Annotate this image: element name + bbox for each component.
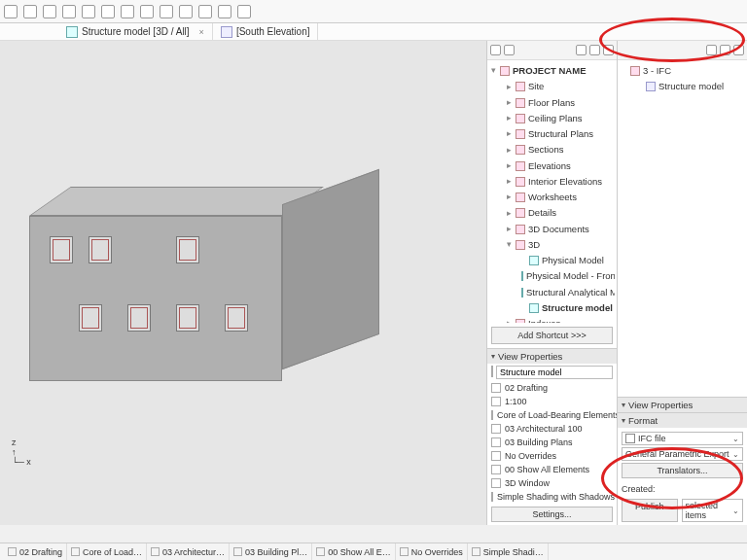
format-header[interactable]: Format xyxy=(618,412,747,428)
format-value: IFC file xyxy=(638,434,666,443)
chevron-down-icon: ⌄ xyxy=(732,435,739,443)
tool-icon[interactable] xyxy=(237,5,251,18)
format-dropdown[interactable]: IFC file ⌄ xyxy=(622,432,743,445)
status-tab[interactable]: 00 Show All E… xyxy=(312,543,396,560)
settings-button[interactable]: Settings... xyxy=(491,507,613,522)
tool-icon[interactable] xyxy=(23,5,37,18)
pub-icon[interactable] xyxy=(720,45,730,55)
status-label: No Overrides xyxy=(411,547,463,557)
status-tab[interactable]: 03 Building Pl… xyxy=(230,543,312,560)
view-name-input[interactable] xyxy=(496,366,613,379)
status-bar: 02 DraftingCore of Load…03 Architectur…0… xyxy=(0,542,747,560)
tree-structure-model[interactable]: Structure model xyxy=(542,301,613,315)
tree-item[interactable]: Details xyxy=(528,206,556,220)
cube-icon xyxy=(66,26,78,38)
tree-item[interactable]: Interior Elevations xyxy=(528,175,602,189)
status-icon xyxy=(472,547,480,556)
close-icon[interactable]: × xyxy=(194,27,204,37)
tool-icon[interactable] xyxy=(62,5,76,18)
status-tab[interactable]: No Overrides xyxy=(396,543,468,560)
publish-button[interactable]: Publish xyxy=(622,499,678,522)
chevron-down-icon: ⌄ xyxy=(732,507,739,515)
tree-3d[interactable]: 3D xyxy=(528,238,540,252)
property-icon xyxy=(491,383,501,393)
nav-icon[interactable] xyxy=(490,45,501,55)
property-icon xyxy=(491,492,493,502)
tab-other[interactable]: [South Elevation] xyxy=(213,23,319,40)
status-icon xyxy=(316,547,325,556)
tool-icon[interactable] xyxy=(198,5,212,18)
nav-icon[interactable] xyxy=(603,45,614,55)
tool-icon[interactable] xyxy=(82,5,95,18)
publisher-panel: 3 - IFC Structure model View Properties … xyxy=(617,41,747,525)
tab-active[interactable]: Structure model [3D / All] × xyxy=(58,23,213,40)
tool-icon[interactable] xyxy=(121,5,134,18)
view-tabs: Structure model [3D / All] × [South Elev… xyxy=(0,23,747,41)
status-tab[interactable]: 02 Drafting xyxy=(4,543,67,560)
property-icon xyxy=(491,438,501,447)
property-icon xyxy=(491,478,501,488)
tool-icon[interactable] xyxy=(101,5,115,18)
tool-icon[interactable] xyxy=(179,5,193,18)
ifc-group[interactable]: 3 - IFC xyxy=(643,64,671,78)
status-tab[interactable]: 03 Architectur… xyxy=(147,543,230,560)
top-toolbar xyxy=(0,0,747,23)
project-tree[interactable]: ▾PROJECT NAME ▸Site▸Floor Plans▸Ceiling … xyxy=(487,60,617,323)
tree-item[interactable]: Structural Analytical Model with xyxy=(526,286,615,299)
building-model xyxy=(29,158,399,430)
status-icon xyxy=(151,547,160,556)
tool-icon[interactable] xyxy=(160,5,173,18)
property-value: No Overrides xyxy=(505,451,556,461)
translator-value: General Parametric Export xyxy=(625,449,729,459)
add-shortcut-button[interactable]: Add Shortcut >>> xyxy=(491,327,613,344)
tree-item[interactable]: Elevations xyxy=(528,159,571,173)
publisher-toolbar xyxy=(618,41,747,60)
status-icon xyxy=(8,547,17,556)
tab-label: [South Elevation] xyxy=(236,26,310,37)
view-properties-header[interactable]: View Properties xyxy=(487,348,617,364)
publish-scope-dropdown[interactable]: selected items ⌄ xyxy=(682,499,744,522)
tree-item[interactable]: Ceiling Plans xyxy=(528,112,582,125)
tool-icon[interactable] xyxy=(218,5,231,18)
property-value: Core of Load-Bearing Elements Only xyxy=(497,410,617,420)
tree-item[interactable]: Physical Model xyxy=(542,254,604,267)
publish-scope-value: selected items xyxy=(686,501,733,520)
tree-item[interactable]: Floor Plans xyxy=(528,96,575,110)
tab-label: Structure model [3D / All] xyxy=(82,26,190,37)
pub-icon[interactable] xyxy=(706,45,717,55)
nav-icon[interactable] xyxy=(589,45,600,55)
translator-dropdown[interactable]: General Parametric Export ⌄ xyxy=(622,447,743,461)
tool-icon[interactable] xyxy=(4,5,18,18)
translators-button[interactable]: Translators... xyxy=(622,463,743,478)
tool-icon[interactable] xyxy=(140,5,154,18)
property-value: Simple Shading with Shadows xyxy=(497,492,615,502)
status-label: 03 Building Pl… xyxy=(245,547,307,557)
status-tab[interactable]: Simple Shadi… xyxy=(468,543,549,560)
status-label: Core of Load… xyxy=(83,547,142,557)
navigator-panel: ▾PROJECT NAME ▸Site▸Floor Plans▸Ceiling … xyxy=(486,41,617,525)
id-icon xyxy=(491,366,493,377)
tree-item[interactable]: 3D Documents xyxy=(528,223,589,236)
tool-icon[interactable] xyxy=(43,5,56,18)
nav-icon[interactable] xyxy=(504,45,515,55)
tree-item[interactable]: Structural Plans xyxy=(528,127,593,141)
pub-icon[interactable] xyxy=(733,45,744,55)
nav-icon[interactable] xyxy=(576,45,587,55)
status-label: 02 Drafting xyxy=(19,547,62,557)
tree-root[interactable]: PROJECT NAME xyxy=(513,64,586,78)
file-icon xyxy=(625,434,635,443)
created-label: Created: xyxy=(622,484,656,494)
ifc-item[interactable]: Structure model xyxy=(658,80,724,93)
tree-item[interactable]: Physical Model - Frontal Axonometric xyxy=(526,269,615,283)
property-value: 03 Architectural 100 xyxy=(505,424,583,434)
property-value: 3D Window xyxy=(505,478,550,488)
tree-indexes[interactable]: Indexes xyxy=(528,317,560,323)
3d-viewport[interactable]: z↑└─ x xyxy=(0,41,486,525)
ifc-view-properties-header[interactable]: View Properties xyxy=(618,397,747,412)
status-tab[interactable]: Core of Load… xyxy=(67,543,147,560)
tree-item[interactable]: Worksheets xyxy=(528,191,577,204)
chevron-down-icon: ⌄ xyxy=(732,450,739,459)
tree-item[interactable]: Sections xyxy=(528,143,563,157)
status-icon xyxy=(400,547,409,556)
tree-item[interactable]: Site xyxy=(528,80,544,93)
